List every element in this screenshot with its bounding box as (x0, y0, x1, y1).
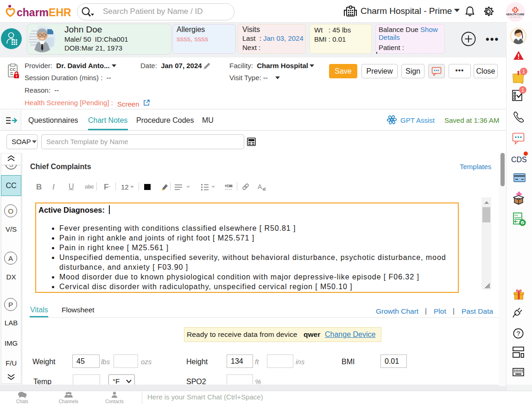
svg-text:CC: CC (10, 67, 15, 72)
svg-text:A: A (258, 183, 262, 190)
svg-text:?: ? (517, 330, 520, 337)
svg-text:PA: PA (514, 214, 518, 217)
